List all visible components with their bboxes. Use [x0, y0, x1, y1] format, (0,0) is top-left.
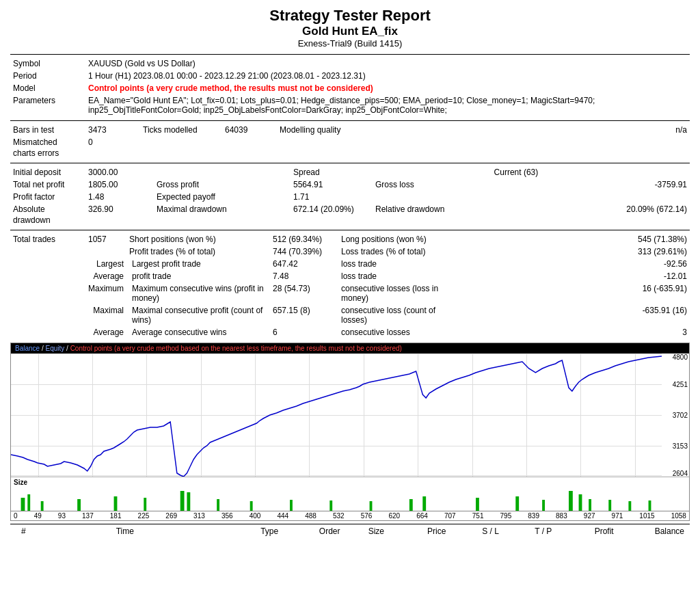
average-label: Average: [85, 270, 126, 282]
svg-rect-5: [144, 498, 146, 511]
profit-trades-label: Profit trades (% of total): [126, 245, 270, 258]
x-181: 181: [110, 512, 122, 520]
rel-drawdown-label: Relative drawdown: [373, 203, 541, 227]
svg-rect-8: [217, 499, 219, 511]
loss-trades-label: Loss trades (% of total): [338, 245, 461, 258]
avg-loss-value: -12.01: [461, 270, 690, 282]
svg-rect-4: [114, 496, 118, 511]
svg-rect-6: [180, 491, 185, 511]
svg-rect-15: [476, 498, 479, 511]
bars-table: Bars in test 3473 Ticks modelled 64039 M…: [10, 124, 690, 160]
footer-table: # Time Type Order Size Price S / L T / P…: [10, 524, 690, 538]
gross-profit-value: 5564.91: [291, 178, 373, 191]
footer-col-sl: S / L: [451, 524, 504, 539]
initial-deposit-value: 3000.00: [85, 166, 154, 178]
mismatched-value: 0: [85, 136, 140, 160]
model-value: Control points (a very crude method, the…: [85, 82, 690, 94]
x-0: 0: [14, 512, 18, 520]
symbol-label: Symbol: [10, 57, 85, 70]
net-profit-value: 1805.00: [85, 178, 154, 191]
size-svg: [11, 477, 662, 511]
x-269: 269: [165, 512, 177, 520]
x-532: 532: [333, 512, 345, 520]
svg-rect-1: [27, 494, 30, 511]
x-225: 225: [138, 512, 150, 520]
max-consec-loss-value: -635.91 (16): [461, 304, 690, 326]
max-consec-profit-label: Maximal consecutive profit (count of win…: [126, 304, 270, 326]
svg-rect-12: [370, 501, 373, 511]
bars-value: 3473: [85, 124, 140, 136]
maximum-label: Maximum: [85, 282, 126, 304]
sub-title: Gold Hunt EA_fix: [10, 25, 690, 38]
svg-rect-0: [21, 498, 25, 511]
x-839: 839: [528, 512, 539, 520]
total-trades-label: Total trades: [10, 233, 85, 245]
average2-label: Average: [85, 326, 126, 338]
short-pos-value: 512 (69.34%): [270, 233, 338, 245]
profit-trades-value: 744 (70.39%): [270, 245, 338, 258]
period-label: Period: [10, 70, 85, 82]
x-49: 49: [34, 512, 42, 520]
x-313: 313: [193, 512, 205, 520]
profit-factor-label: Profit factor: [10, 191, 85, 203]
x-400: 400: [250, 512, 261, 520]
svg-rect-21: [608, 500, 611, 511]
x-1015: 1015: [639, 512, 654, 520]
balance-chart: 4800 4251 3702 3153 2604: [11, 353, 689, 477]
svg-rect-23: [649, 500, 651, 511]
max-losses-value: 16 (-635.91): [461, 282, 690, 304]
y-label-4800: 4800: [673, 353, 688, 361]
x-1058: 1058: [671, 512, 686, 520]
expected-payoff-value: 1.71: [291, 191, 373, 203]
footer-col-balance: Balance: [619, 524, 690, 539]
spread-value: Current (63): [373, 166, 541, 178]
max-drawdown-label: Maximal drawdown: [154, 203, 291, 227]
avg-consec-wins-label: Average consecutive wins: [126, 326, 270, 338]
report-title: Strategy Tester Report Gold Hunt EA_fix …: [10, 7, 690, 49]
svg-rect-16: [515, 496, 519, 511]
modelling-label: Modelling quality: [277, 124, 606, 136]
footer-col-order: Order: [284, 524, 345, 539]
balance-svg: [11, 353, 662, 477]
footer-col-type: Type: [213, 524, 284, 539]
short-pos-label: Short positions (won %): [126, 233, 270, 245]
avg-profit-label: profit trade: [126, 270, 270, 282]
y-label-4251: 4251: [673, 381, 688, 388]
footer-col-profit: Profit: [557, 524, 619, 539]
x-137: 137: [82, 512, 94, 520]
svg-rect-18: [569, 491, 573, 511]
size-chart: Size: [11, 477, 689, 511]
chart-area: Balance / Equity / Control points (a ver…: [10, 343, 690, 521]
avg-loss-label: loss trade: [338, 270, 461, 282]
max-losses-label: consecutive losses (loss in money): [338, 282, 461, 304]
parameters-label: Parameters: [10, 94, 85, 116]
modelling-value: n/a: [606, 124, 690, 136]
gross-loss-label: Gross loss: [373, 178, 541, 191]
footer-col-tp: T / P: [504, 524, 557, 539]
max-wins-value: 28 (54.73): [270, 282, 338, 304]
expected-payoff-label: Expected payoff: [154, 191, 291, 203]
x-93: 93: [58, 512, 66, 520]
x-576: 576: [361, 512, 373, 520]
x-664: 664: [416, 512, 428, 520]
largest-loss-label: loss trade: [338, 258, 461, 270]
x-620: 620: [388, 512, 400, 520]
spread-label: Spread: [291, 166, 373, 178]
initial-deposit-label: Initial deposit: [10, 166, 85, 178]
x-444: 444: [277, 512, 288, 520]
y-label-2604: 2604: [673, 470, 688, 477]
avg-profit-value: 7.48: [270, 270, 338, 282]
info-table: Symbol XAUUSD (Gold vs US Dollar) Period…: [10, 57, 690, 116]
x-795: 795: [500, 512, 512, 520]
period-value: 1 Hour (H1) 2023.08.01 00:00 - 2023.12.2…: [85, 70, 690, 82]
x-707: 707: [444, 512, 456, 520]
mismatched-label: Mismatchedcharts errors: [10, 136, 85, 160]
largest-profit-value: 647.42: [270, 258, 338, 270]
x-927: 927: [584, 512, 595, 520]
svg-rect-9: [250, 501, 253, 511]
max-wins-label: Maximum consecutive wins (profit in mone…: [126, 282, 270, 304]
footer-col-price: Price: [390, 524, 451, 539]
parameters-value: EA_Name="Gold Hunt EA"; Lot_fix=0.01; Lo…: [85, 94, 690, 116]
svg-rect-3: [77, 499, 81, 511]
stats-table: Initial deposit 3000.00 Spread Current (…: [10, 166, 690, 227]
